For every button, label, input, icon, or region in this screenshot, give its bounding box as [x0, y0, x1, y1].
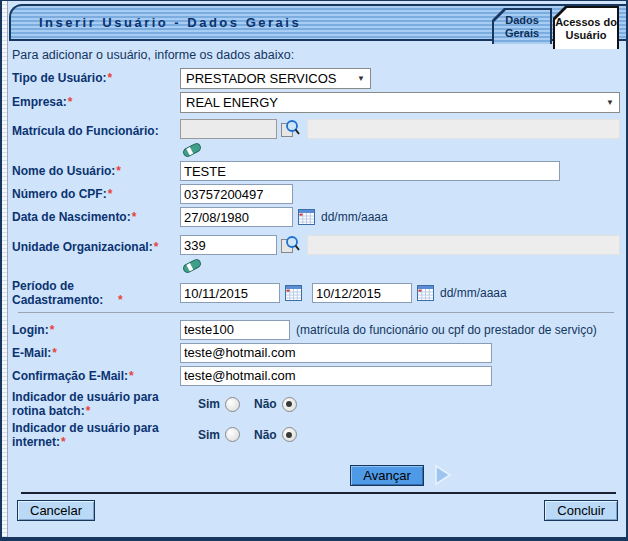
cpf-input[interactable] — [180, 184, 293, 204]
required-asterisk: * — [68, 95, 73, 109]
insert-user-window: Inserir Usuário - Dados Gerais Dados Ger… — [0, 0, 628, 541]
advance-arrow-icon — [434, 464, 452, 486]
required-asterisk: * — [108, 187, 113, 201]
periodo-inicio-input[interactable] — [180, 283, 280, 303]
tab-acessos-label: Acessos do Usuário — [555, 16, 617, 41]
nascimento-calendar-button[interactable] — [298, 209, 315, 225]
magnifier-icon — [280, 235, 300, 255]
calendar-icon — [417, 285, 434, 301]
unidade-clear-button[interactable] — [182, 257, 202, 275]
empresa-select[interactable]: REAL ENERGY ▼ — [180, 92, 620, 113]
required-asterisk: * — [116, 164, 121, 178]
required-asterisk: * — [107, 71, 112, 85]
nome-input[interactable] — [180, 161, 560, 181]
cpf-label: Número do CPF:* — [12, 187, 180, 201]
email-label: E-Mail:* — [12, 346, 180, 360]
required-asterisk: * — [61, 435, 66, 449]
nome-label: Nome do Usuário:* — [12, 164, 180, 178]
internet-option-nao-label: Não — [254, 428, 277, 442]
batch-option-sim-label: Sim — [198, 397, 220, 411]
login-input[interactable] — [180, 320, 290, 340]
tab-acessos-do-usuario[interactable]: Acessos do Usuário — [553, 6, 619, 49]
internet-label: Indicador de usuário para internet:* — [12, 421, 180, 450]
nascimento-label: Data de Nascimento:* — [12, 210, 180, 224]
nascimento-input[interactable] — [180, 207, 293, 227]
section-separator — [18, 312, 614, 313]
concluir-button[interactable]: Concluir — [544, 500, 618, 521]
batch-radio-nao[interactable] — [282, 397, 297, 412]
matricula-label: Matrícula do Funcionário: — [12, 119, 180, 138]
cancelar-button[interactable]: Cancelar — [17, 500, 95, 521]
page-left-edge — [2, 1, 8, 537]
required-asterisk: * — [129, 369, 134, 383]
batch-option-nao-label: Não — [254, 397, 277, 411]
batch-label: Indicador de usuário para rotina batch:* — [12, 390, 180, 419]
periodo-fim-calendar-button[interactable] — [417, 285, 434, 301]
required-asterisk: * — [50, 323, 55, 337]
periodo-label: Período de Cadastramento:* — [12, 279, 180, 308]
periodo-inicio-calendar-button[interactable] — [285, 285, 302, 301]
internet-option-sim-label: Sim — [198, 428, 220, 442]
avancar-button[interactable]: Avançar — [350, 465, 423, 486]
batch-radio-sim[interactable] — [225, 397, 240, 412]
internet-radio-sim[interactable] — [225, 427, 240, 442]
nascimento-format-hint: dd/mm/aaaa — [321, 210, 388, 224]
magnifier-icon — [280, 119, 300, 139]
unidade-input[interactable] — [180, 235, 277, 255]
required-asterisk: * — [132, 210, 137, 224]
page-title: Inserir Usuário - Dados Gerais — [11, 15, 301, 30]
eraser-icon — [182, 257, 202, 275]
tipo-usuario-select[interactable]: PRESTADOR SERVICOS ▼ — [180, 68, 371, 89]
matricula-description-field — [307, 119, 620, 139]
login-hint: (matrícula do funcionário ou cpf do pres… — [296, 323, 597, 337]
empresa-label: Empresa:* — [12, 95, 180, 109]
email-confirmacao-input[interactable] — [180, 366, 492, 386]
chevron-down-icon: ▼ — [357, 74, 365, 83]
empresa-selected-value: REAL ENERGY — [186, 95, 278, 110]
chevron-down-icon: ▼ — [606, 98, 614, 107]
calendar-icon — [298, 209, 315, 225]
matricula-input[interactable] — [180, 119, 277, 139]
required-asterisk: * — [86, 404, 91, 418]
matricula-clear-button[interactable] — [182, 141, 202, 159]
matricula-lookup-button[interactable] — [280, 119, 300, 139]
email-input[interactable] — [180, 343, 492, 363]
required-asterisk: * — [154, 240, 159, 254]
email-confirmacao-label: Confirmação E-Mail:* — [12, 369, 180, 383]
tab-dados-gerais-label: Dados Gerais — [494, 14, 550, 39]
eraser-icon — [182, 141, 202, 159]
tab-dados-gerais[interactable]: Dados Gerais — [492, 8, 552, 44]
periodo-format-hint: dd/mm/aaaa — [440, 286, 507, 300]
tipo-usuario-label: Tipo de Usuário:* — [12, 71, 180, 85]
unidade-label: Unidade Organizacional:* — [12, 235, 180, 254]
required-asterisk: * — [52, 346, 57, 360]
login-label: Login:* — [12, 323, 180, 337]
tipo-usuario-selected-value: PRESTADOR SERVICOS — [186, 71, 337, 86]
intro-text: Para adicionar o usuário, informe os dad… — [12, 48, 626, 62]
periodo-fim-input[interactable] — [312, 283, 412, 303]
unidade-description-field — [307, 235, 620, 255]
unidade-lookup-button[interactable] — [280, 235, 300, 255]
internet-radio-nao[interactable] — [282, 427, 297, 442]
required-asterisk: * — [118, 293, 123, 307]
calendar-icon — [285, 285, 302, 301]
